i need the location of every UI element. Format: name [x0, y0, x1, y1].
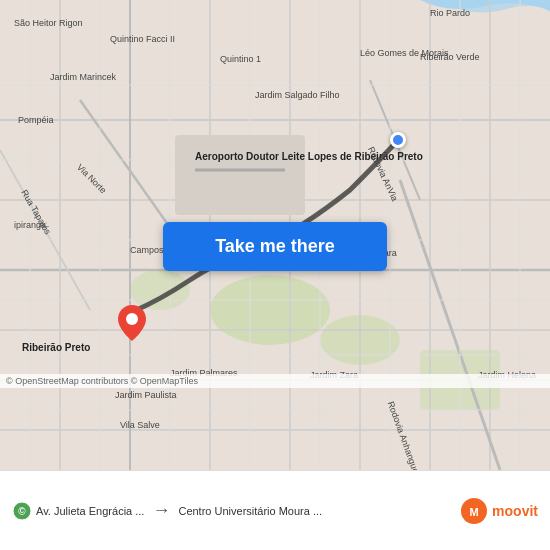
bottom-bar: © Av. Julieta Engrácia ... → Centro Univ…	[0, 470, 550, 550]
svg-point-3	[130, 270, 190, 310]
svg-point-38	[126, 313, 138, 325]
take-me-there-button[interactable]: Take me there	[163, 222, 387, 271]
moovit-logo: M moovit	[460, 497, 538, 525]
label-jardim-marincek: Jardim Marincek	[50, 72, 116, 82]
origin-dot	[390, 132, 406, 148]
svg-text:©: ©	[18, 506, 26, 517]
label-aeroporto: Aeroporto Doutor Leite Lopes de Ribeirão…	[195, 150, 423, 163]
svg-rect-36	[175, 135, 305, 215]
label-quintino-1: Quintino 1	[220, 54, 261, 64]
label-rio-pardo: Rio Pardo	[430, 8, 470, 18]
destination-pin	[118, 305, 146, 341]
origin-label: Av. Julieta Engrácia ...	[36, 505, 144, 517]
label-leo-gomes: Léo Gomes de Morais	[360, 48, 449, 58]
arrow-icon: →	[152, 500, 170, 521]
label-quintino-facci: Quintino Facci II	[110, 34, 175, 44]
svg-text:M: M	[470, 506, 479, 518]
label-jardim-paulista: Jardim Paulista	[115, 390, 177, 400]
label-pompeia: Pompéia	[18, 115, 54, 125]
moovit-icon: M	[460, 497, 488, 525]
label-jardim-salgado: Jardim Salgado Filho	[255, 90, 340, 102]
moovit-text: moovit	[492, 503, 538, 519]
copyright-bar: © OpenStreetMap contributors © OpenMapTi…	[0, 374, 550, 388]
copyright-text: © OpenStreetMap contributors © OpenMapTi…	[6, 376, 198, 386]
svg-point-1	[210, 275, 330, 345]
label-ribeirao-preto: Ribeirão Preto	[22, 342, 90, 353]
label-vila-salve: Vila Salve	[120, 420, 160, 430]
destination-label: Centro Universitário Moura ...	[178, 505, 460, 517]
osm-logo: ©	[12, 501, 32, 521]
label-sao-heitor: São Heitor Rigon	[14, 18, 83, 28]
map-container: Rio Pardo Ribeirão Verde São Heitor Rigo…	[0, 0, 550, 470]
